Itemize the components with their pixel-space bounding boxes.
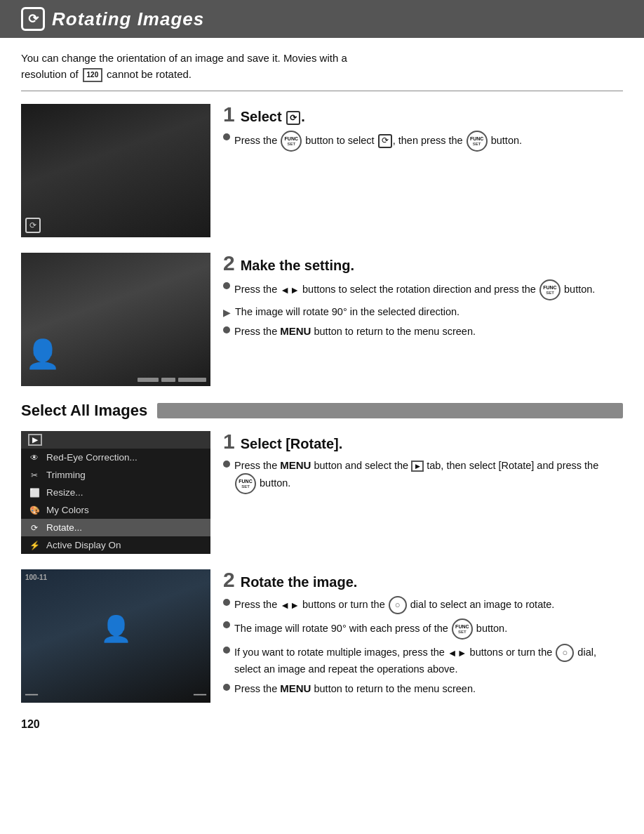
arrow-btns-1: ◄►: [280, 284, 300, 296]
sec2-step2-bullet2: The image will rotate 90° with each pres…: [223, 618, 623, 640]
camera-screen-3: 100-11 👤 ━━━ ━━━: [21, 569, 210, 703]
redeye-icon: 👁: [28, 453, 41, 463]
dial-btn-1: ○: [389, 596, 407, 614]
menu-keyword-2: MENU: [280, 682, 311, 694]
bullet-dot: [223, 647, 230, 654]
func-set-btn-4: FUNCSET: [235, 473, 256, 494]
func-set-btn-2: FUNCSET: [467, 131, 488, 152]
bullet-dot: [223, 133, 230, 140]
cam-bottom: ━━━ ━━━: [25, 691, 206, 699]
bar-seg-3: [178, 378, 206, 382]
trim-icon: ✂: [28, 470, 41, 480]
step1-title: Select ⟳.: [241, 109, 305, 125]
step1-header: 1 Select ⟳.: [223, 104, 623, 125]
step1-bullet1: Press the FUNCSET button to select ⟳, th…: [223, 131, 623, 152]
cam-top-bar: 100-11: [25, 574, 206, 581]
sec2-step1-header: 1 Select [Rotate].: [223, 431, 623, 452]
step2-header: 2 Make the setting.: [223, 253, 623, 274]
play-tab-icon: ▶: [28, 434, 42, 446]
cam-bottom-left: ━━━: [25, 691, 38, 699]
arrow-btns-3: ◄►: [448, 647, 467, 658]
sec2-step1-block: ▶ 👁 Red-Eye Correction... ✂ Trimming ⬜ R…: [21, 431, 623, 554]
page-title: Rotating Images: [52, 8, 204, 30]
sec2-step2-bullet1: Press the ◄► buttons or turn the ○ dial …: [223, 596, 623, 614]
bullet-dot: [223, 684, 230, 691]
header-rotate-icon: ⟳: [21, 7, 45, 31]
sec2-step1-image: ▶ 👁 Red-Eye Correction... ✂ Trimming ⬜ R…: [21, 431, 210, 554]
resolution-icon: 120: [83, 68, 102, 82]
cam-person-silhouette: 👤: [25, 338, 60, 382]
bar-seg-2: [161, 378, 175, 382]
arrow-btns-2: ◄►: [280, 600, 300, 611]
step2-bullets: Press the ◄► buttons to select the rotat…: [223, 279, 623, 339]
step2-content: 2 Make the setting. Press the ◄► buttons…: [223, 253, 623, 343]
sec2-step2-number: 2: [223, 569, 235, 590]
sec2-step1-bullet1: Press the MENU button and select the ▶ t…: [223, 458, 623, 494]
step1-block: ⟳ 1 Select ⟳. Press the FUNCSET button t…: [21, 104, 623, 237]
menu-item-resize[interactable]: ⬜ Resize...: [21, 484, 210, 501]
menu-item-redeye[interactable]: 👁 Red-Eye Correction...: [21, 449, 210, 466]
section2-title: Select All Images: [21, 402, 147, 420]
sec2-step1-bullets: Press the MENU button and select the ▶ t…: [223, 458, 623, 494]
step2-number: 2: [223, 253, 235, 274]
rotate-overlay-icon: ⟳: [25, 218, 41, 233]
step1-content: 1 Select ⟳. Press the FUNCSET button to …: [223, 104, 623, 156]
sec2-step1-title: Select [Rotate].: [241, 436, 343, 452]
menu-item-label: Resize...: [46, 487, 83, 498]
step2-bullet2: ▶ The image will rotate 90° in the selec…: [223, 305, 623, 319]
arrow-bullet: ▶: [223, 305, 231, 319]
sec2-step2-title: Rotate the image.: [241, 574, 358, 590]
func-set-btn-1: FUNCSET: [281, 131, 302, 152]
menu-item-rotate[interactable]: ⟳ Rotate...: [21, 519, 210, 536]
menu-keyword: MENU: [280, 459, 311, 471]
section-divider: [21, 91, 623, 91]
menu-item-mycolors[interactable]: 🎨 My Colors: [21, 501, 210, 519]
sec2-step1-number: 1: [223, 431, 235, 452]
play-tab-icon-inline: ▶: [411, 461, 424, 472]
step2-title: Make the setting.: [241, 258, 354, 274]
menu-item-activedisplay[interactable]: ⚡ Active Display On: [21, 536, 210, 554]
menu-item-label: Trimming: [46, 470, 86, 480]
menu-item-trimming[interactable]: ✂ Trimming: [21, 466, 210, 484]
cam-person-2: 👤: [25, 614, 206, 658]
menu-header: ▶: [21, 431, 210, 449]
menu-keyword: MENU: [280, 325, 311, 337]
step2-bullet3: Press the MENU button to return to the m…: [223, 324, 623, 339]
section-header-bar: [157, 403, 623, 418]
sec2-step1-content: 1 Select [Rotate]. Press the MENU button…: [223, 431, 623, 498]
colors-icon: 🎨: [28, 505, 41, 515]
step1-bullets: Press the FUNCSET button to select ⟳, th…: [223, 131, 623, 152]
section2-header: Select All Images: [21, 402, 623, 420]
menu-item-label: Rotate...: [46, 522, 82, 533]
func-set-btn-5: FUNCSET: [452, 618, 473, 640]
step2-bullet1: Press the ◄► buttons to select the rotat…: [223, 279, 623, 300]
bullet-dot: [223, 326, 230, 333]
sec2-step2-block: 100-11 👤 ━━━ ━━━ 2 Rotate the image. Pre…: [21, 569, 623, 703]
bullet-dot: [223, 461, 230, 468]
sec2-step2-image: 100-11 👤 ━━━ ━━━: [21, 569, 210, 703]
sec2-step2-bullet3: If you want to rotate multiple images, p…: [223, 644, 623, 677]
sec2-step2-content: 2 Rotate the image. Press the ◄► buttons…: [223, 569, 623, 701]
menu-list: 👁 Red-Eye Correction... ✂ Trimming ⬜ Res…: [21, 449, 210, 554]
sec2-step2-bullet4: Press the MENU button to return to the m…: [223, 681, 623, 696]
intro-text: You can change the orientation of an ima…: [21, 51, 623, 82]
select-icon-inline: ⟳: [378, 134, 392, 148]
resize-icon: ⬜: [28, 488, 41, 498]
page-number: 120: [21, 718, 623, 731]
cam-bottom-right: ━━━: [194, 691, 206, 699]
cam-bottom-bar: [137, 378, 206, 382]
bullet-dot: [223, 282, 230, 289]
sec2-step2-header: 2 Rotate the image.: [223, 569, 623, 590]
active-icon: ⚡: [28, 541, 41, 550]
bar-seg-1: [137, 378, 159, 382]
select-rotate-icon: ⟳: [286, 111, 300, 125]
step1-image: ⟳: [21, 104, 210, 237]
page-header: ⟳ Rotating Images: [0, 0, 644, 38]
camera-screen-2: 👤: [21, 253, 210, 386]
sec2-step2-bullets: Press the ◄► buttons or turn the ○ dial …: [223, 596, 623, 696]
dial-btn-2: ○: [556, 644, 574, 662]
bullet-dot: [223, 599, 230, 606]
step2-block: 👤 2 Make the setting. Press the ◄► butto…: [21, 253, 623, 386]
rotate-menu-icon: ⟳: [28, 523, 41, 533]
menu-item-label: My Colors: [46, 505, 89, 515]
